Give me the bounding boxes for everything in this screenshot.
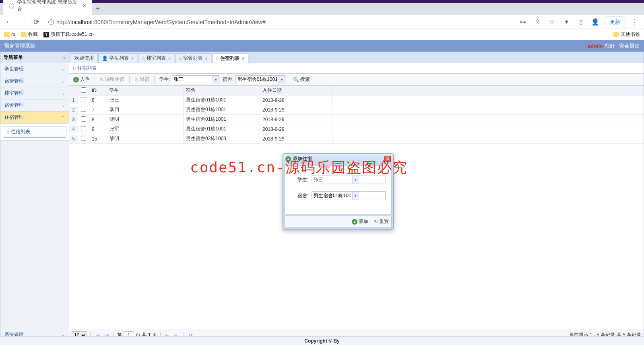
address-bar: ← → ⟳ i http://localhost:8080/DormitoryM… <box>0 15 644 29</box>
side-panel-icon[interactable]: ▯ <box>575 17 587 28</box>
globe-icon <box>9 3 14 8</box>
home-icon: ⌂ <box>142 56 144 61</box>
browser-tab[interactable]: 学生宿舍管理系统 管理员后台 × <box>3 0 92 15</box>
key-icon[interactable]: ⊶ <box>517 17 529 28</box>
sidebar-item-dormmgr[interactable]: 宿管管理⌄ <box>0 75 69 87</box>
site-info-icon[interactable]: i <box>48 19 54 25</box>
col-id[interactable]: ID <box>89 87 107 95</box>
sidebar-item-building[interactable]: 楼宇管理⌄ <box>0 87 69 99</box>
bookmark-download[interactable]: Y项目下载:code51.cn <box>43 31 94 38</box>
row-checkbox[interactable] <box>81 116 86 122</box>
chevron-down-icon: ⌄ <box>62 79 65 83</box>
home-icon: ⌂ <box>216 56 219 61</box>
row-checkbox[interactable] <box>81 107 86 112</box>
share-icon[interactable]: ⇪ <box>531 17 543 28</box>
dropdown-icon[interactable]: ▾ <box>352 192 359 200</box>
sidebar-item-live[interactable]: 住宿管理⌃ <box>0 112 69 124</box>
search-icon: 🔍 <box>293 77 299 83</box>
bookmarks-bar: rx 收藏 Y项目下载:code51.cn 其他书签 <box>0 29 644 40</box>
modal-student-combo[interactable]: ▾ <box>312 175 386 184</box>
admin-name: admin <box>588 43 603 49</box>
bookmark-rx[interactable]: rx <box>4 32 15 37</box>
checkout-button[interactable]: ⊖退宿 <box>132 75 152 84</box>
modal-student-label: 学生: <box>291 176 308 183</box>
row-checkbox[interactable] <box>81 126 86 131</box>
home-icon: ⌂ <box>6 129 9 135</box>
modal-close-button[interactable]: ✕ <box>384 156 391 162</box>
modal-title-text: 添加住宿 <box>293 155 312 162</box>
dropdown-icon[interactable]: ▾ <box>279 76 285 84</box>
tab-live[interactable]: ⌂住宿列表× <box>212 54 248 63</box>
chevron-up-icon: ⌃ <box>62 115 65 120</box>
modal-add-button[interactable]: +添加 <box>352 218 368 225</box>
dorm-input[interactable] <box>236 76 279 83</box>
refresh-icon: ↻ <box>374 219 378 225</box>
table-row[interactable]: 16张三男生宿舍01栋10012018-9-28 <box>69 95 644 105</box>
modal-reset-button[interactable]: ↻重置 <box>374 218 389 225</box>
sidebar-item-student[interactable]: 学生管理⌄ <box>0 63 69 75</box>
bookmark-other[interactable]: 其他书签 <box>613 31 640 38</box>
student-label: 学生: <box>159 76 170 83</box>
bookmark-fav[interactable]: 收藏 <box>21 31 38 38</box>
close-icon[interactable]: × <box>83 2 86 9</box>
col-date[interactable]: 入住日期 <box>260 86 332 95</box>
close-icon[interactable]: × <box>205 56 207 61</box>
sidebar-header[interactable]: 导航菜单 « <box>0 52 69 63</box>
url-field[interactable]: i http://localhost:8080/DormitoryManager… <box>44 17 514 27</box>
tab-students[interactable]: 👤学生列表× <box>98 53 137 63</box>
close-icon[interactable]: × <box>131 56 134 61</box>
chevron-down-icon: ⌄ <box>62 103 65 107</box>
col-student[interactable]: 学生 <box>107 86 184 95</box>
minus-icon: ⊖ <box>134 77 138 83</box>
sidebar-item-dorm[interactable]: 宿舍管理⌄ <box>0 99 69 112</box>
select-all-checkbox[interactable] <box>81 87 86 93</box>
dropdown-icon[interactable]: ▾ <box>213 76 219 84</box>
checkin-button[interactable]: +入住 <box>71 75 92 84</box>
bookmark-star-icon[interactable]: ☆ <box>546 17 558 28</box>
dorm-combo[interactable]: ▾ <box>235 75 285 84</box>
modal-dorm-combo[interactable]: ▾ <box>312 191 386 200</box>
extensions-icon[interactable]: ✦ <box>560 17 572 28</box>
reload-button[interactable]: ⟳ <box>31 17 42 28</box>
modal-student-input[interactable] <box>312 176 352 183</box>
modal-dorm-input[interactable] <box>312 192 352 199</box>
table-row[interactable]: 27李四男生宿舍01栋10012018-9-29 <box>69 105 644 115</box>
dropdown-icon[interactable]: ▾ <box>352 176 359 184</box>
table-row[interactable]: 515黎明男生宿舍02栋10032018-9-29 <box>69 134 644 144</box>
app-header: 宿舍管理系统 admin 您好 安全退出 <box>0 40 644 52</box>
student-combo[interactable]: ▾ <box>172 75 219 84</box>
tab-dorms[interactable]: ⌂宿舍列表× <box>175 53 211 63</box>
logout-link[interactable]: 安全退出 <box>619 42 640 50</box>
chevron-down-icon: ⌄ <box>62 91 65 95</box>
tab-welcome[interactable]: 欢迎使用 <box>71 53 97 63</box>
adjust-button[interactable]: ✎调整住宿 <box>97 75 127 84</box>
close-icon[interactable]: × <box>168 56 171 61</box>
pencil-icon: ✎ <box>100 77 104 83</box>
search-button[interactable]: 🔍搜索 <box>291 75 312 84</box>
student-input[interactable] <box>172 76 213 83</box>
forward-button[interactable]: → <box>17 17 28 28</box>
folder-icon <box>613 32 619 37</box>
tab-buildings[interactable]: ⌂楼宇列表× <box>138 53 174 63</box>
close-icon[interactable]: × <box>242 56 244 61</box>
row-checkbox[interactable] <box>81 136 86 141</box>
grip-icon: ⫶⫶ <box>72 66 76 71</box>
row-checkbox[interactable] <box>81 97 86 102</box>
folder-icon <box>4 32 10 37</box>
col-dorm[interactable]: 宿舍 <box>184 86 260 95</box>
panel-title: ⫶⫶住宿列表 <box>69 63 644 74</box>
modal-titlebar[interactable]: + 添加住宿 ✕ <box>283 154 393 164</box>
chevron-down-icon: ⌄ <box>62 67 65 71</box>
new-tab-button[interactable]: + <box>92 3 104 15</box>
collapse-icon[interactable]: « <box>63 55 66 60</box>
tab-title: 学生宿舍管理系统 管理员后台 <box>17 0 77 12</box>
back-button[interactable]: ← <box>3 17 14 28</box>
browser-update-button[interactable]: 更新 <box>605 16 625 28</box>
browser-menu-icon[interactable]: ⋮ <box>629 17 641 28</box>
profile-icon[interactable]: 👤 <box>589 17 601 28</box>
browser-tab-strip: 学生宿舍管理系统 管理员后台 × + <box>0 3 644 15</box>
table-row[interactable]: 38晓明男生宿舍01栋10012018-9-29 <box>69 115 644 124</box>
table-row[interactable]: 49张军男生宿舍01栋10012018-9-29 <box>69 124 644 134</box>
page-footer: Copyright © By <box>0 336 644 345</box>
sidebar-subitem-livelist[interactable]: ⌂住宿列表 <box>3 126 66 138</box>
